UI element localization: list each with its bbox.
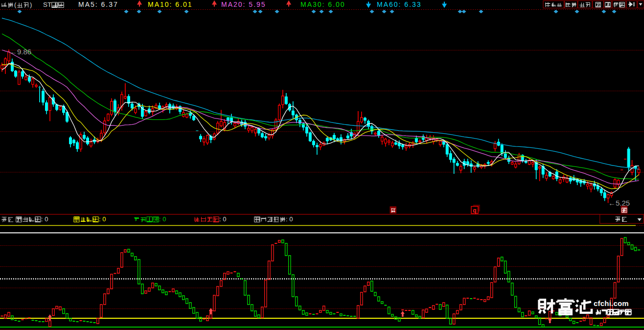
- svg-text:: 0: : 0: [286, 215, 293, 223]
- svg-text:MA20: 5.95: MA20: 5.95: [221, 0, 266, 8]
- svg-text:←5.25: ←5.25: [608, 199, 630, 207]
- svg-text:: 0: : 0: [99, 215, 106, 223]
- svg-text:: 0: : 0: [41, 215, 48, 223]
- svg-text:(: (: [14, 1, 17, 8]
- svg-text:MA5: 6.37: MA5: 6.37: [78, 0, 118, 8]
- svg-text:MA30: 6.00: MA30: 6.00: [300, 0, 345, 8]
- svg-text:): ): [30, 1, 32, 8]
- svg-text:: 0: : 0: [219, 215, 226, 223]
- svg-text:←9.86: ←9.86: [10, 47, 31, 56]
- svg-text:q: q: [473, 207, 476, 214]
- svg-text:: 0: : 0: [159, 215, 166, 223]
- svg-text:cfchi.com: cfchi.com: [594, 299, 629, 307]
- svg-text:MA60: 6.33: MA60: 6.33: [377, 0, 422, 8]
- svg-text:ST: ST: [43, 1, 51, 8]
- svg-text:MA10: 6.01: MA10: 6.01: [148, 0, 193, 8]
